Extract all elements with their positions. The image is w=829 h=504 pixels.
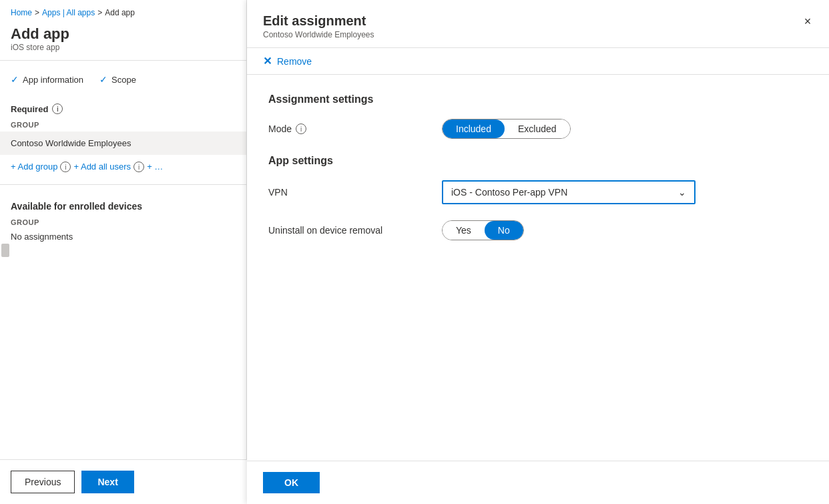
modal-header: Edit assignment Contoso Worldwide Employ…	[247, 0, 829, 48]
group-row-contoso: Contoso Worldwide Employees	[0, 132, 246, 155]
add-more-link[interactable]: + …	[147, 162, 163, 172]
mode-text: Mode	[268, 123, 292, 134]
scroll-indicator	[1, 244, 9, 257]
next-button[interactable]: Next	[81, 471, 133, 493]
mode-excluded-button[interactable]: Excluded	[505, 119, 570, 138]
mode-label: Mode i	[268, 123, 442, 134]
mode-field-row: Mode i Included Excluded	[268, 119, 808, 139]
vpn-label: VPN	[268, 187, 442, 198]
divider-2	[0, 184, 246, 185]
ok-button[interactable]: OK	[263, 472, 320, 493]
divider-1	[0, 60, 246, 61]
uninstall-yes-button[interactable]: Yes	[443, 221, 485, 240]
step-scope: ✓ Scope	[99, 74, 136, 85]
steps-row: ✓ App information ✓ Scope	[0, 66, 246, 93]
page-title: Add app	[11, 25, 236, 43]
add-group-info-icon[interactable]: i	[60, 162, 71, 172]
required-section-label: Required i	[0, 93, 246, 118]
available-section-label: Available for enrolled devices	[0, 190, 246, 216]
required-text: Required	[11, 104, 48, 114]
vpn-dropdown-value: iOS - Contoso Per-app VPN	[451, 187, 567, 198]
breadcrumb-home[interactable]: Home	[11, 8, 32, 17]
uninstall-field-row: Uninstall on device removal Yes No	[268, 220, 808, 240]
breadcrumb-sep2: >	[97, 8, 102, 17]
uninstall-no-button[interactable]: No	[485, 221, 523, 240]
add-all-users-info-icon[interactable]: i	[133, 162, 144, 172]
modal-footer: OK	[247, 461, 829, 504]
add-group-link[interactable]: + Add group	[11, 162, 57, 172]
edit-assignment-panel: Edit assignment Contoso Worldwide Employ…	[247, 0, 829, 504]
page-subtitle: iOS store app	[11, 43, 236, 52]
remove-label[interactable]: Remove	[277, 56, 312, 67]
modal-body: Assignment settings Mode i Included Excl…	[247, 75, 829, 461]
group-header-available: GROUP	[0, 216, 246, 229]
vpn-field-row: VPN iOS - Contoso Per-app VPN ⌄	[268, 180, 808, 204]
previous-button[interactable]: Previous	[11, 471, 75, 493]
vpn-dropdown[interactable]: iOS - Contoso Per-app VPN ⌄	[442, 180, 696, 204]
uninstall-label: Uninstall on device removal	[268, 225, 442, 236]
uninstall-toggle-group: Yes No	[442, 220, 524, 240]
breadcrumb-apps[interactable]: Apps | All apps	[42, 8, 95, 17]
left-panel: Home > Apps | All apps > Add app Add app…	[0, 0, 247, 504]
remove-x-icon: ✕	[263, 55, 272, 67]
left-footer: Previous Next	[0, 459, 247, 504]
assignment-settings-title: Assignment settings	[268, 93, 808, 105]
breadcrumb-current: Add app	[105, 8, 135, 17]
modal-title: Edit assignment	[263, 13, 813, 29]
mode-info-icon[interactable]: i	[296, 123, 306, 134]
no-assignments-text: No assignments	[0, 229, 246, 244]
add-links-row: + Add group i + Add all users i + …	[0, 155, 246, 179]
step-label-2: Scope	[111, 75, 136, 85]
app-settings-title: App settings	[268, 155, 808, 167]
close-button[interactable]: ×	[797, 11, 818, 32]
add-all-users-link[interactable]: + Add all users	[73, 162, 131, 172]
check-icon-1: ✓	[11, 74, 19, 85]
chevron-down-icon: ⌄	[678, 187, 686, 198]
breadcrumb-sep1: >	[35, 8, 39, 17]
group-header-required: GROUP	[0, 118, 246, 132]
left-title-area: Add app iOS store app	[0, 23, 246, 55]
check-icon-2: ✓	[99, 74, 107, 85]
step-label-1: App information	[23, 75, 83, 85]
mode-toggle-group: Included Excluded	[442, 119, 571, 139]
mode-included-button[interactable]: Included	[443, 119, 505, 138]
required-info-icon[interactable]: i	[52, 103, 63, 114]
remove-row: ✕ Remove	[247, 48, 829, 75]
modal-subtitle: Contoso Worldwide Employees	[263, 30, 813, 39]
breadcrumb: Home > Apps | All apps > Add app	[0, 0, 246, 23]
step-app-information: ✓ App information	[11, 74, 83, 85]
